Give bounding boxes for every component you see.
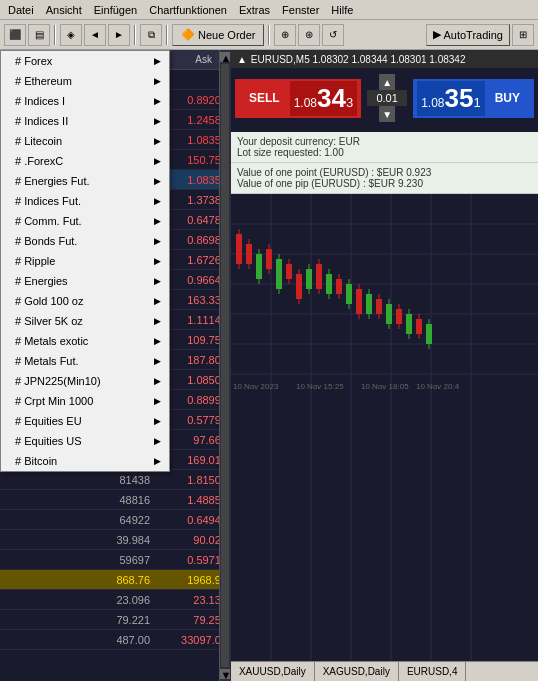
menu-chartfunktionen[interactable]: Chartfunktionen: [143, 2, 233, 18]
table-row-bitcoin-1[interactable]: 23.096 23.133: [0, 590, 231, 610]
dropdown-item-indices-ii[interactable]: # Indices II▶: [1, 111, 169, 131]
toolbar-btn-3[interactable]: ◈: [60, 24, 82, 46]
watchlist-scrollbar[interactable]: ▲ ▼: [219, 50, 231, 681]
buy-price-big: 35: [445, 83, 474, 114]
lot-down-button[interactable]: ▼: [379, 106, 395, 122]
auto-trading-button[interactable]: ▶ AutoTrading: [426, 24, 510, 46]
bottom-tab-xauusd[interactable]: XAUUSD,Daily: [231, 662, 315, 681]
menu-einfuegen[interactable]: Einfügen: [88, 2, 143, 18]
dropdown-item-indices-fut[interactable]: # Indices Fut.▶: [1, 191, 169, 211]
toolbar-sep-1: [54, 25, 56, 45]
dropdown-item-comm-fut[interactable]: # Comm. Fut.▶: [1, 211, 169, 231]
table-row-eq-us-highlight[interactable]: 868.76 1968.99: [0, 570, 231, 590]
svg-text:10 Nov 15:25: 10 Nov 15:25: [296, 382, 344, 391]
toolbar-btn-9[interactable]: ↺: [322, 24, 344, 46]
symbol-dropdown: # Forex▶ # Ethereum▶ # Indices I▶ # Indi…: [0, 50, 170, 472]
buy-price-display: 1.08 35 1: [417, 81, 485, 116]
toolbar: ⬛ ▤ ◈ ◄ ► ⧉ 🔶 Neue Order ⊕ ⊛ ↺ ▶ AutoTra…: [0, 20, 538, 50]
menu-extras[interactable]: Extras: [233, 2, 276, 18]
chart-title-bar: ▲ EURUSD,M5 1.08302 1.08344 1.08301 1.08…: [231, 50, 538, 68]
menu-ansicht[interactable]: Ansicht: [40, 2, 88, 18]
toolbar-btn-6[interactable]: ⧉: [140, 24, 162, 46]
dropdown-item-crpt[interactable]: # Crpt Min 1000▶: [1, 391, 169, 411]
bottom-tabs: XAUUSD,Daily XAGUSD,Daily EURUSD,4: [231, 661, 538, 681]
table-row-crpt[interactable]: 39.984 90.020: [0, 530, 231, 550]
dropdown-item-equities-eu[interactable]: # Equities EU▶: [1, 411, 169, 431]
dropdown-item-metals-fut[interactable]: # Metals Fut.▶: [1, 351, 169, 371]
toolbar-btn-5[interactable]: ►: [108, 24, 130, 46]
toolbar-btn-2[interactable]: ▤: [28, 24, 50, 46]
toolbar-sep-3: [166, 25, 168, 45]
tab-xagusd-label: XAGUSD,Daily: [323, 666, 390, 677]
pip-info: Value of one point (EURUSD) : $EUR 0.923…: [231, 163, 538, 194]
deposit-info: Your deposit currency: EUR Lot size requ…: [231, 132, 538, 163]
new-order-button[interactable]: 🔶 Neue Order: [172, 24, 264, 46]
sell-buy-row: SELL 1.08 34 3 ▲ ▼: [235, 72, 534, 124]
dropdown-item-forexc[interactable]: # .ForexC▶: [1, 151, 169, 171]
sell-price-super: 3: [346, 95, 353, 110]
toolbar-btn-8[interactable]: ⊛: [298, 24, 320, 46]
lot-up-button[interactable]: ▲: [379, 74, 395, 90]
svg-text:10 Nov 2023: 10 Nov 2023: [233, 382, 279, 391]
tab-eurusd4-label: EURUSD,4: [407, 666, 458, 677]
auto-trading-label: AutoTrading: [443, 29, 503, 41]
lot-size-label: Lot size requested: 1.00: [237, 147, 532, 158]
table-row-jpn[interactable]: 64922 0.64946: [0, 510, 231, 530]
scroll-up[interactable]: ▲: [220, 52, 230, 62]
pip-line1: Value of one point (EURUSD) : $EUR 0.923: [237, 167, 532, 178]
toolbar-sep-2: [134, 25, 136, 45]
dropdown-item-litecoin[interactable]: # Litecoin▶: [1, 131, 169, 151]
buy-price-block: 1.08 35 1 BUY: [413, 79, 534, 118]
dropdown-item-ethereum[interactable]: # Ethereum▶: [1, 71, 169, 91]
tab-xauusd-label: XAUUSD,Daily: [239, 666, 306, 677]
dropdown-item-gold[interactable]: # Gold 100 oz▶: [1, 291, 169, 311]
table-row-metals-fut[interactable]: 48816 1.48851: [0, 490, 231, 510]
trade-controls-panel: SELL 1.08 34 3 ▲ ▼: [231, 68, 538, 132]
trading-panel: ▲ EURUSD,M5 1.08302 1.08344 1.08301 1.08…: [231, 50, 538, 681]
dropdown-item-ripple[interactable]: # Ripple▶: [1, 251, 169, 271]
lot-controls: ▲ ▼: [365, 72, 409, 124]
toolbar-btn-1[interactable]: ⬛: [4, 24, 26, 46]
menu-fenster[interactable]: Fenster: [276, 2, 325, 18]
dropdown-item-bonds-fut[interactable]: # Bonds Fut.▶: [1, 231, 169, 251]
dropdown-item-metals-exotic[interactable]: # Metals exotic▶: [1, 331, 169, 351]
lot-value-input[interactable]: [367, 90, 407, 106]
bottom-tab-xagusd[interactable]: XAGUSD,Daily: [315, 662, 399, 681]
table-row-bitcoin-3[interactable]: 487.00 33097.00: [0, 630, 231, 650]
new-order-label: Neue Order: [198, 29, 255, 41]
dropdown-item-forex[interactable]: # Forex▶: [1, 51, 169, 71]
chart-arrow: ▲: [237, 54, 247, 65]
main-area: Bid Ask × USDCHF GBPUSD .89192 0.89206 E…: [0, 50, 538, 681]
bottom-tab-eurusd4[interactable]: EURUSD,4: [399, 662, 467, 681]
table-row-bitcoin-2[interactable]: 79.221 79.254: [0, 610, 231, 630]
chart-canvas-area[interactable]: 10 Nov 2023 10 Nov 15:25 10 Nov 18:05 10…: [231, 194, 538, 661]
buy-price-prefix: 1.08: [421, 96, 444, 110]
dropdown-item-energies-fut[interactable]: # Energies Fut.▶: [1, 171, 169, 191]
buy-side: 1.08 35 1 BUY: [413, 79, 534, 118]
buy-button[interactable]: BUY: [485, 84, 530, 112]
toolbar-btn-4[interactable]: ◄: [84, 24, 106, 46]
menu-datei[interactable]: Datei: [2, 2, 40, 18]
sell-price-big: 34: [317, 83, 346, 114]
toolbar-sep-4: [268, 25, 270, 45]
dropdown-item-jpn225[interactable]: # JPN225(Min10)▶: [1, 371, 169, 391]
toolbar-btn-10[interactable]: ⊞: [512, 24, 534, 46]
buy-price-super: 1: [473, 95, 480, 110]
sell-button[interactable]: SELL: [239, 84, 290, 112]
new-order-icon: 🔶: [181, 28, 195, 41]
dropdown-item-indices-i[interactable]: # Indices I▶: [1, 91, 169, 111]
table-row-eq-eu[interactable]: 59697 0.59712: [0, 550, 231, 570]
sell-price-prefix: 1.08: [294, 96, 317, 110]
price-chart-svg: 10 Nov 2023 10 Nov 15:25 10 Nov 18:05 10…: [231, 194, 538, 661]
dropdown-item-bitcoin[interactable]: # Bitcoin▶: [1, 451, 169, 471]
table-row-metals-ex[interactable]: 81438 1.81500: [0, 470, 231, 490]
dropdown-item-energies[interactable]: # Energies▶: [1, 271, 169, 291]
sell-side: SELL 1.08 34 3: [235, 79, 361, 118]
sell-price-display: 1.08 34 3: [290, 81, 358, 116]
menu-hilfe[interactable]: Hilfe: [325, 2, 359, 18]
dropdown-item-equities-us[interactable]: # Equities US▶: [1, 431, 169, 451]
dropdown-item-silver[interactable]: # Silver 5K oz▶: [1, 311, 169, 331]
scroll-down[interactable]: ▼: [220, 669, 230, 679]
deposit-currency-label: Your deposit currency: EUR: [237, 136, 532, 147]
toolbar-btn-7[interactable]: ⊕: [274, 24, 296, 46]
